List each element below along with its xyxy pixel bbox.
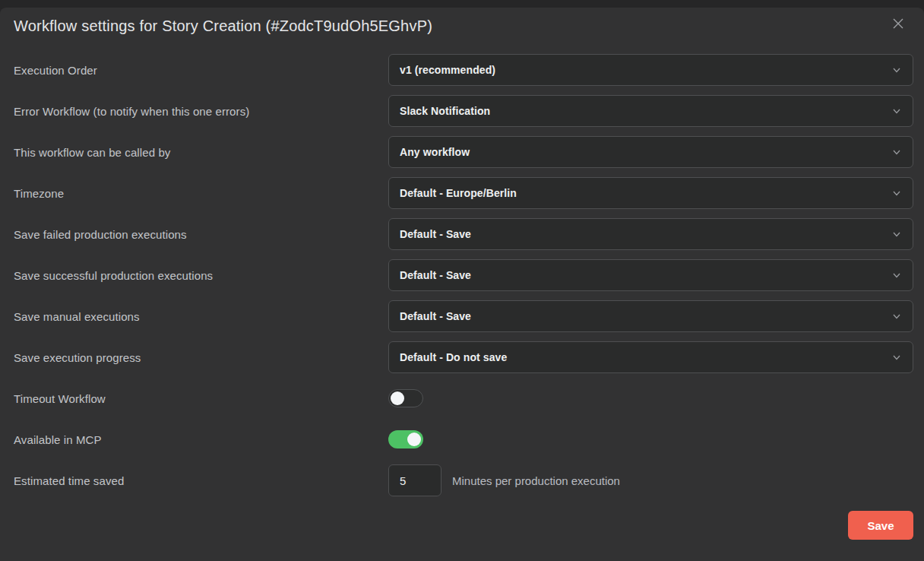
- row-error-workflow: Error Workflow (to notify when this one …: [14, 95, 913, 127]
- chevron-down-icon: [891, 311, 902, 322]
- toggle-knob: [391, 391, 404, 405]
- workflow-settings-modal: Workflow settings for Story Creation (#Z…: [0, 8, 924, 561]
- row-save-successful: Save successful production executions De…: [14, 259, 913, 291]
- settings-form: Execution Order v1 (recommended) Error W…: [14, 54, 913, 496]
- error-workflow-label: Error Workflow (to notify when this one …: [14, 105, 388, 118]
- save-successful-value: Default - Save: [400, 269, 471, 281]
- row-execution-order: Execution Order v1 (recommended): [14, 54, 913, 86]
- timeout-workflow-toggle[interactable]: [388, 389, 423, 407]
- close-icon: [892, 17, 904, 33]
- row-save-progress: Save execution progress Default - Do not…: [14, 341, 913, 373]
- save-manual-label: Save manual executions: [14, 310, 388, 323]
- error-workflow-value: Slack Notification: [400, 105, 490, 117]
- called-by-value: Any workflow: [400, 146, 470, 158]
- save-manual-select[interactable]: Default - Save: [388, 300, 913, 332]
- row-timezone: Timezone Default - Europe/Berlin: [14, 177, 913, 209]
- time-saved-suffix: Minutes per production execution: [452, 474, 620, 487]
- execution-order-label: Execution Order: [14, 64, 388, 77]
- timeout-workflow-label: Timeout Workflow: [14, 392, 388, 405]
- save-progress-value: Default - Do not save: [400, 351, 507, 363]
- modal-footer: Save: [14, 511, 913, 540]
- save-successful-label: Save successful production executions: [14, 269, 388, 282]
- chevron-down-icon: [891, 352, 902, 363]
- save-successful-select[interactable]: Default - Save: [388, 259, 913, 291]
- timezone-select[interactable]: Default - Europe/Berlin: [388, 177, 913, 209]
- called-by-select[interactable]: Any workflow: [388, 136, 913, 168]
- chevron-down-icon: [891, 229, 902, 239]
- row-timeout-workflow: Timeout Workflow: [14, 382, 913, 414]
- save-button[interactable]: Save: [848, 511, 913, 540]
- modal-header: Workflow settings for Story Creation (#Z…: [14, 17, 913, 36]
- chevron-down-icon: [891, 188, 902, 198]
- row-save-failed: Save failed production executions Defaul…: [14, 218, 913, 250]
- estimated-time-saved-label: Estimated time saved: [14, 474, 388, 487]
- execution-order-value: v1 (recommended): [400, 64, 495, 76]
- error-workflow-select[interactable]: Slack Notification: [388, 95, 913, 127]
- toggle-knob: [407, 433, 421, 446]
- modal-title: Workflow settings for Story Creation (#Z…: [14, 17, 913, 35]
- chevron-down-icon: [891, 270, 902, 280]
- row-called-by: This workflow can be called by Any workf…: [14, 136, 913, 168]
- timezone-label: Timezone: [14, 187, 388, 200]
- timezone-value: Default - Europe/Berlin: [400, 187, 517, 199]
- save-failed-value: Default - Save: [400, 228, 471, 240]
- available-in-mcp-label: Available in MCP: [14, 433, 388, 446]
- chevron-down-icon: [891, 147, 902, 157]
- chevron-down-icon: [891, 65, 902, 75]
- save-failed-label: Save failed production executions: [14, 228, 388, 241]
- row-estimated-time-saved: Estimated time saved Minutes per product…: [14, 464, 913, 496]
- save-progress-label: Save execution progress: [14, 351, 388, 364]
- row-save-manual: Save manual executions Default - Save: [14, 300, 913, 332]
- estimated-time-saved-input[interactable]: [388, 464, 441, 496]
- available-in-mcp-toggle[interactable]: [388, 430, 423, 448]
- chevron-down-icon: [891, 106, 902, 116]
- close-button[interactable]: [889, 16, 907, 34]
- save-manual-value: Default - Save: [400, 310, 471, 322]
- called-by-label: This workflow can be called by: [14, 146, 388, 159]
- save-progress-select[interactable]: Default - Do not save: [388, 341, 913, 373]
- save-failed-select[interactable]: Default - Save: [388, 218, 913, 250]
- execution-order-select[interactable]: v1 (recommended): [388, 54, 913, 86]
- row-available-in-mcp: Available in MCP: [14, 423, 913, 455]
